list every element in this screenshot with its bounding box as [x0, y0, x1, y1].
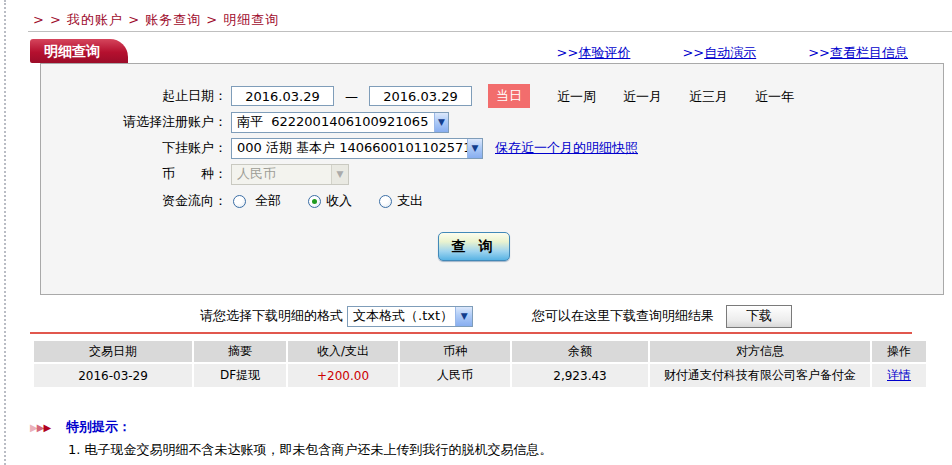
- quick-range-links: 近一周近一月近三月近一年: [530, 86, 794, 106]
- detail-link[interactable]: 详情: [887, 368, 911, 382]
- account-select-value: 南平 6222001406100921065 灵通卡: [232, 113, 434, 131]
- transaction-table: 交易日期摘要收入/支出币种余额对方信息操作 2016-03-29DF提现+200…: [32, 339, 928, 389]
- flow-radio-label: 支出: [397, 192, 423, 210]
- col-header-0: 交易日期: [34, 341, 192, 362]
- range-link-1[interactable]: 近一月: [623, 89, 662, 104]
- breadcrumb: > > 我的账户 > 账务查询 > 明细查询: [33, 11, 279, 29]
- chevron-down-icon: ▼: [455, 307, 472, 326]
- chevron-down-icon: ▼: [467, 139, 482, 158]
- flow-label: 资金流向：: [41, 192, 227, 210]
- currency-select-value: 人民币: [232, 165, 281, 183]
- today-button[interactable]: 当日: [488, 84, 530, 108]
- breadcrumb-divider: [28, 31, 952, 32]
- query-button[interactable]: 查 询: [438, 232, 510, 261]
- account-select[interactable]: 南平 6222001406100921065 灵通卡 ▼: [231, 112, 449, 133]
- tips-title: 特别提示：: [66, 418, 131, 436]
- sub-account-row: 下挂账户： 000 活期 基本户 1406600101102571848 ▼ 保…: [41, 136, 933, 160]
- triple-arrow-icon: ▶▶▶: [30, 422, 50, 433]
- range-link-2[interactable]: 近三月: [689, 89, 728, 104]
- date-separator: —: [345, 89, 358, 104]
- table-header-row: 交易日期摘要收入/支出币种余额对方信息操作: [34, 341, 926, 362]
- range-link-3[interactable]: 近一年: [755, 89, 794, 104]
- download-row: 请您选择下载明细的格式 文本格式（.txt） ▼ 您可以在这里下载查询明细结果 …: [0, 304, 952, 328]
- tab-detail-query: 明细查询: [30, 39, 128, 63]
- flow-options: 全部收入支出: [233, 192, 450, 210]
- page: > > 我的账户 > 账务查询 > 明细查询 明细查询 >>体验评价>>自动演示…: [0, 0, 952, 465]
- date-from-input[interactable]: [231, 86, 334, 106]
- snapshot-link[interactable]: 保存近一个月的明细快照: [495, 139, 638, 157]
- cell-action: 详情: [872, 364, 926, 387]
- header-link-0[interactable]: >>体验评价: [557, 44, 631, 62]
- download-format-label: 请您选择下载明细的格式: [200, 307, 343, 325]
- range-link-0[interactable]: 近一周: [557, 89, 596, 104]
- radio-icon: [233, 195, 246, 208]
- cell-5: 财付通支付科技有限公司客户备付金: [650, 364, 870, 387]
- col-header-6: 操作: [872, 341, 926, 362]
- sub-account-select[interactable]: 000 活期 基本户 1406600101102571848 ▼: [231, 138, 483, 159]
- cell-amount: +200.00: [288, 364, 398, 387]
- table-row: 2016-03-29DF提现+200.00人民币2,923.43财付通支付科技有…: [34, 364, 926, 387]
- header-link-1[interactable]: >>自动演示: [682, 44, 756, 62]
- cell-1: DF提现: [194, 364, 286, 387]
- flow-row: 资金流向： 全部收入支出: [41, 191, 933, 211]
- col-header-5: 对方信息: [650, 341, 870, 362]
- date-range-row: 起止日期： — 当日 近一周近一月近三月近一年: [41, 84, 933, 108]
- sub-account-select-value: 000 活期 基本户 1406600101102571848: [232, 139, 467, 157]
- cell-3: 人民币: [400, 364, 510, 387]
- flow-radio-label: 收入: [326, 192, 352, 210]
- amount-value: +200.00: [317, 369, 369, 383]
- currency-label: 币 种：: [41, 165, 227, 183]
- col-header-3: 币种: [400, 341, 510, 362]
- sub-account-label: 下挂账户：: [41, 139, 227, 157]
- download-button[interactable]: 下载: [726, 305, 792, 328]
- header-link-2[interactable]: >>查看栏目信息: [808, 44, 908, 62]
- col-header-4: 余额: [512, 341, 648, 362]
- currency-row: 币 种： 人民币 ▼: [41, 162, 933, 186]
- radio-icon: [379, 195, 392, 208]
- query-form-panel: 起止日期： — 当日 近一周近一月近三月近一年 请选择注册账户： 南平 6222…: [40, 63, 944, 295]
- left-dotted-border: [4, 0, 6, 465]
- flow-radio-0[interactable]: 全部: [233, 192, 281, 210]
- tip-item-0: 1. 电子现金交易明细不含未达账项，即未包含商户还未上传到我行的脱机交易信息。: [68, 441, 553, 459]
- account-row: 请选择注册账户： 南平 6222001406100921065 灵通卡 ▼: [41, 110, 933, 134]
- flow-radio-2[interactable]: 支出: [379, 192, 423, 210]
- flow-radio-label: 全部: [255, 192, 281, 210]
- download-hint: 您可以在这里下载查询明细结果: [532, 307, 714, 325]
- download-format-select[interactable]: 文本格式（.txt） ▼: [347, 306, 473, 327]
- tips-header: ▶▶▶ 特别提示：: [30, 418, 131, 436]
- download-format-value: 文本格式（.txt）: [348, 307, 455, 325]
- chevron-down-icon: ▼: [331, 165, 348, 184]
- cell-0: 2016-03-29: [34, 364, 192, 387]
- flow-radio-1[interactable]: 收入: [308, 192, 352, 210]
- red-divider: [30, 332, 912, 334]
- col-header-2: 收入/支出: [288, 341, 398, 362]
- cell-4: 2,923.43: [512, 364, 648, 387]
- currency-select: 人民币 ▼: [231, 164, 349, 185]
- chevron-down-icon: ▼: [434, 113, 448, 132]
- col-header-1: 摘要: [194, 341, 286, 362]
- date-to-input[interactable]: [369, 86, 472, 106]
- tips-list: 1. 电子现金交易明细不含未达账项，即未包含商户还未上传到我行的脱机交易信息。: [68, 441, 553, 462]
- date-range-label: 起止日期：: [41, 87, 227, 105]
- radio-icon: [308, 195, 321, 208]
- account-label: 请选择注册账户：: [41, 113, 227, 131]
- header-links: >>体验评价>>自动演示>>查看栏目信息: [557, 44, 908, 62]
